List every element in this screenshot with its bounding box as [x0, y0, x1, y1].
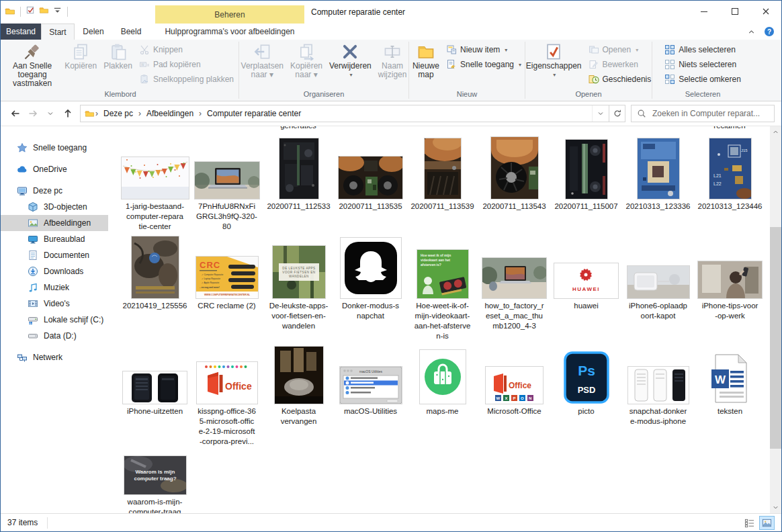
ribbon-button-snelkoppeling-plakken[interactable]: Snelkoppeling plakken [136, 72, 237, 87]
file-item-20210419-125556[interactable]: 20210419_125556 [119, 235, 191, 341]
ribbon-button-snelle-toegang[interactable]: Snelle toegang▾ [443, 57, 525, 72]
scrollbar-vertical[interactable] [770, 126, 781, 513]
contextual-tab-header[interactable]: Beheren [155, 5, 304, 24]
help-button[interactable]: ? [764, 26, 775, 39]
file-item-iphone6-oplaadpoort-kapot[interactable]: iPhone6-oplaadp oort-kapot [622, 235, 694, 341]
file-item-de-leukste-apps-voor-fietsen-en-wandelen[interactable]: DE LEUKSTE APPSVOOR FIETSEN ENWANDELEN D… [263, 235, 335, 341]
ribbon-button-nieuw-item[interactable]: Nieuw item▾ [443, 42, 525, 57]
search-box[interactable] [631, 105, 775, 122]
ribbon-button-geschiedenis[interactable]: Geschiedenis [585, 72, 655, 87]
file-item-how-to-factory-reset-a-mac-thumb1200-4-3[interactable]: how_to_factory_r eset_a_mac_thu mb1200_4… [478, 235, 550, 341]
file-item-waarom-is-mijn-computer-traag[interactable]: Waarom is mijncomputer traag? waarom-is-… [119, 454, 191, 513]
file-item-maps-me[interactable]: maps-me [406, 345, 478, 447]
tab-delen[interactable]: Delen [75, 24, 112, 40]
file-item-microsoft-office[interactable]: OfficeWXPON Microsoft-Office [478, 345, 550, 447]
sidebar-item-bureaublad[interactable]: Bureaublad [1, 231, 108, 247]
sidebar-item-onedrive[interactable]: OneDrive [1, 161, 108, 177]
scroll-up-button[interactable] [770, 126, 781, 138]
file-item-hoe-weet-ik-of-mijn-videokaart-aan-het-afsterven-is[interactable]: Hoe weet ik of mijnvideokaart aan hetafs… [406, 235, 478, 341]
tab-beeld[interactable]: Beeld [112, 24, 150, 40]
file-item-crc-reclame-2[interactable]: CRC✓ Computer Reparatie✓ Laptop Reparati… [191, 235, 263, 341]
file-label: huawei [574, 301, 598, 311]
breadcrumb-item-computer-reparatie-center[interactable]: Computer reparatie center [202, 105, 306, 122]
ribbon-button-naam-wijzigen[interactable]: Naamwijzigen [375, 42, 410, 87]
breadcrumb-item-deze-pc[interactable]: Deze pc [99, 105, 138, 122]
file-item-picto[interactable]: PsPSD picto [550, 345, 622, 447]
sidebar-item-netwerk[interactable]: Netwerk [1, 349, 108, 365]
forward-button[interactable] [25, 105, 41, 122]
ribbon-button-openen[interactable]: Openen▾ [585, 42, 655, 57]
sidebar-item-documenten[interactable]: Documenten [1, 247, 108, 263]
file-item-20200711-112533[interactable]: 20200711_112533 [263, 136, 335, 232]
up-button[interactable] [60, 105, 76, 122]
file-item-teksten[interactable]: W teksten [694, 345, 766, 447]
file-item-1-jarig-bestaand-computer-reparatie-center[interactable]: 1-jarig-bestaand- computer-repara tie-ce… [119, 136, 191, 232]
ribbon-button-nieuwe-map[interactable]: Nieuwemap [409, 42, 443, 87]
ribbon-button-knippen[interactable]: Knippen [136, 42, 237, 57]
close-button[interactable] [750, 1, 781, 22]
sidebar-item-afbeeldingen[interactable]: Afbeeldingen [1, 215, 108, 231]
qat-button[interactable] [52, 5, 62, 17]
refresh-button[interactable] [609, 105, 625, 122]
address-box[interactable]: › Deze pc› Afbeeldingen› Computer repara… [80, 105, 609, 122]
file-item-macos-utilities[interactable]: macOS Utilities macOS-Utilities [335, 345, 406, 447]
file-item-kisspng-office-365-microsoft-office-2-19-microsoft-corpora-previ[interactable]: Office kisspng-office-36 5-microsoft-off… [191, 345, 263, 447]
address-dropdown-button[interactable] [592, 105, 609, 122]
file-item-snapchat-donkere-modus-iphone[interactable]: snapchat-donker e-modus-iphone [622, 345, 694, 447]
ribbon-button-kopi-ren-naar[interactable]: Kopiërennaar ▾ [287, 42, 326, 87]
ribbon-button-selectie-omkeren[interactable]: Selectie omkeren [661, 72, 744, 87]
svg-text:macOS Utilities: macOS Utilities [359, 369, 382, 373]
file-item-7pnhfuu8rnxfigrgl3h9fq-320-80[interactable]: 7PnHfuU8RNxFi GRGL3h9fQ-320- 80 [191, 136, 263, 232]
file-item-20200711-113543[interactable]: 20200711_113543 [478, 136, 550, 232]
ribbon-button-kopi-ren[interactable]: Kopiëren [61, 42, 100, 87]
sidebar-item-3d-objecten[interactable]: 3D-objecten [1, 199, 108, 215]
scroll-down-button[interactable] [770, 502, 781, 513]
file-item-20200711-115007[interactable]: 20200711_115007 [550, 136, 622, 232]
refresh-icon [613, 109, 622, 118]
search-input[interactable] [651, 108, 771, 119]
collapse-ribbon-button[interactable] [747, 28, 756, 38]
ribbon-button-bewerken[interactable]: Bewerken [585, 57, 655, 72]
sidebar-item-muziek[interactable]: Muziek [1, 279, 108, 296]
ribbon-button-label: Eigenschappen [526, 62, 582, 71]
tab-bestand[interactable]: Bestand [1, 24, 41, 40]
sidebar-item-video-s[interactable]: Video's [1, 296, 108, 312]
sidebar-item-data-d[interactable]: Data (D:) [1, 328, 108, 344]
downloads-icon [28, 266, 38, 277]
forward-arrow-icon [28, 108, 38, 119]
qat-button[interactable] [39, 5, 49, 17]
details-view-button[interactable] [742, 516, 757, 530]
file-label: De-leukste-apps- voor-fietsen-en- wandel… [269, 301, 329, 331]
ribbon-button-plakken[interactable]: Plakken [100, 42, 136, 87]
file-item-20210313-123446[interactable]: J15L21L22 20210313_123446 [694, 136, 766, 232]
file-item-huawei[interactable]: HUAWEI huawei [550, 235, 622, 341]
qat-button[interactable] [26, 5, 36, 17]
sidebar-item-downloads[interactable]: Downloads [1, 263, 108, 279]
sidebar-item-deze-pc[interactable]: Deze pc [1, 183, 108, 199]
file-item-iphone-uitzetten[interactable]: iPhone-uitzetten [119, 345, 191, 447]
file-item-donker-modus-snapchat[interactable]: Donker-modus-s napchat [335, 235, 406, 341]
ribbon-button-pad-kopi-ren[interactable]: WPad kopiëren [136, 57, 237, 72]
ribbon-button-verwijderen[interactable]: Verwijderen▾ [326, 42, 375, 87]
tab-start[interactable]: Start [41, 24, 75, 40]
file-item-20200711-113539[interactable]: 20200711_113539 [406, 136, 478, 232]
breadcrumb-item-afbeeldingen[interactable]: Afbeeldingen [142, 105, 198, 122]
scrollbar-thumb[interactable] [770, 227, 781, 449]
ribbon-button-niets-selecteren[interactable]: Niets selecteren [661, 57, 744, 72]
ribbon-button-alles-selecteren[interactable]: Alles selecteren [661, 42, 744, 57]
recent-locations-button[interactable] [42, 105, 58, 122]
ribbon-button-verplaatsen-naar[interactable]: Verplaatsennaar ▾ [238, 42, 287, 87]
file-item-20200711-113535[interactable]: 20200711_113535 [335, 136, 406, 232]
file-item-iphone-tips-voor-op-werk[interactable]: iPhone-tips-voor -op-werk [694, 235, 766, 341]
ribbon-button-aan-snelle-toegang-vastmaken[interactable]: Aan Snelle toegangvastmaken [3, 42, 61, 87]
ribbon-button-eigenschappen[interactable]: Eigenschappen▾ [523, 42, 585, 87]
sidebar-item-lokale-schijf-c[interactable]: Lokale schijf (C:) [1, 312, 108, 328]
minimize-button[interactable] [689, 1, 720, 22]
file-item-koelpasta-vervangen[interactable]: Koelpasta vervangen [263, 345, 335, 447]
tab-hulpprogramma-s-voor-afbeeldingen[interactable]: Hulpprogramma's voor afbeeldingen [155, 24, 304, 40]
back-button[interactable] [7, 105, 24, 122]
maximize-button[interactable] [720, 1, 750, 22]
file-item-20210313-123336[interactable]: 20210313_123336 [622, 136, 694, 232]
thumbnail-view-button[interactable] [759, 516, 775, 530]
sidebar-item-snelle-toegang[interactable]: Snelle toegang [1, 140, 108, 156]
